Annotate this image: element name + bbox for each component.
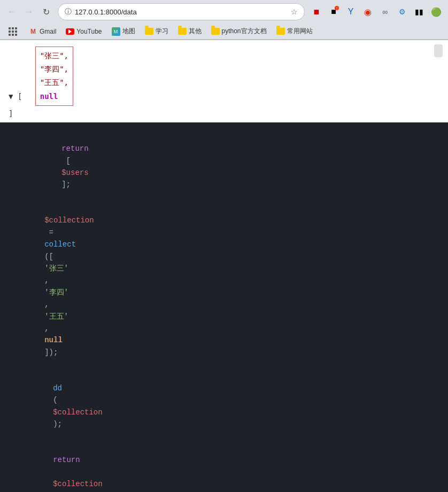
bookmark-python-label: python官方文档 (222, 27, 267, 36)
bookmark-gmail[interactable]: M Gmail (25, 26, 60, 37)
gmail-icon: M (29, 27, 37, 36)
apps-button[interactable] (4, 26, 24, 37)
keyword-return-1: return (61, 144, 88, 153)
json-close-bracket: ] (9, 109, 439, 118)
extension-icon-7[interactable]: ▮▮ (412, 4, 427, 19)
folder-other-icon (178, 27, 187, 36)
bookmark-maps[interactable]: M 地图 (107, 25, 140, 37)
code-editor: return [ $users ]; $collection = collect… (0, 122, 448, 492)
bookmark-other-label: 其他 (189, 27, 202, 36)
page-content: ▼ [ "张三", "李四", "王五", null ] return [ $u… (0, 40, 448, 492)
bookmark-python[interactable]: python官方文档 (207, 25, 271, 37)
code-line-1: return [ $users ]; (0, 131, 448, 203)
json-viewer: ▼ [ "张三", "李四", "王五", null ] (0, 40, 448, 122)
maps-icon: M (112, 27, 120, 36)
code-line-3: dd ( $collection ); (0, 371, 448, 442)
apps-grid-icon (9, 27, 17, 36)
json-item-2: "王五", (40, 76, 68, 89)
json-open-bracket: [ (18, 92, 22, 101)
bookmark-gmail-label: Gmail (40, 28, 56, 35)
folder-common-icon (276, 27, 285, 36)
extension-icon-3[interactable]: Y (343, 4, 358, 19)
extension-icon-5[interactable]: ∞ (377, 4, 392, 19)
json-toggle[interactable]: ▼ (9, 92, 13, 101)
extension-icon-2[interactable]: ■ ! (326, 4, 341, 19)
lock-icon: ⓘ (65, 7, 72, 17)
bookmark-youtube[interactable]: YouTube (61, 26, 106, 37)
bookmark-study-label: 学习 (156, 27, 168, 36)
bookmark-star-icon[interactable]: ☆ (291, 7, 298, 16)
code-line-4: return $collection -> all (); (0, 442, 448, 492)
json-item-0: "张三", (40, 49, 68, 63)
extension-icon-4[interactable]: ◉ (360, 4, 375, 19)
bookmark-common-label: 常用网站 (287, 27, 313, 36)
json-items-box: "张三", "李四", "王五", null (35, 47, 73, 106)
nav-buttons: ← → ↻ (4, 4, 53, 19)
address-text: 127.0.0.1:8000/data (75, 8, 288, 16)
extension-icon-6[interactable]: ⚙ (395, 4, 410, 19)
folder-study-icon (145, 27, 153, 36)
bookmark-other[interactable]: 其他 (174, 25, 206, 37)
folder-python-icon (211, 27, 220, 36)
bookmarks-bar: M Gmail YouTube M 地图 学习 其他 (0, 24, 448, 40)
browser-action-icons: ■ ■ ! Y ◉ ∞ ⚙ ▮▮ 🟢 (309, 4, 444, 19)
bookmark-youtube-label: YouTube (76, 28, 102, 35)
json-item-3: null (40, 90, 68, 103)
browser-toolbar: ← → ↻ ⓘ 127.0.0.1:8000/data ☆ ■ ■ ! Y ◉ … (0, 0, 448, 24)
json-item-1: "李四", (40, 63, 68, 76)
profile-icon[interactable]: 🟢 (429, 4, 444, 19)
bookmark-common[interactable]: 常用网站 (272, 25, 317, 37)
scroll-indicator[interactable] (434, 44, 443, 57)
back-button[interactable]: ← (4, 4, 19, 19)
bookmark-maps-label: 地图 (122, 27, 135, 36)
extension-icon-1[interactable]: ■ (309, 4, 324, 19)
refresh-button[interactable]: ↻ (38, 4, 53, 19)
youtube-icon (66, 27, 74, 36)
browser-chrome: ← → ↻ ⓘ 127.0.0.1:8000/data ☆ ■ ■ ! Y ◉ … (0, 0, 448, 40)
code-line-2: $collection = collect ([ '张三' , '李四' , '… (0, 203, 448, 370)
forward-button[interactable]: → (21, 4, 36, 19)
address-bar[interactable]: ⓘ 127.0.0.1:8000/data ☆ (58, 3, 305, 20)
bookmark-study[interactable]: 学习 (141, 25, 173, 37)
code-content: return [ $users ]; $collection = collect… (0, 131, 448, 492)
